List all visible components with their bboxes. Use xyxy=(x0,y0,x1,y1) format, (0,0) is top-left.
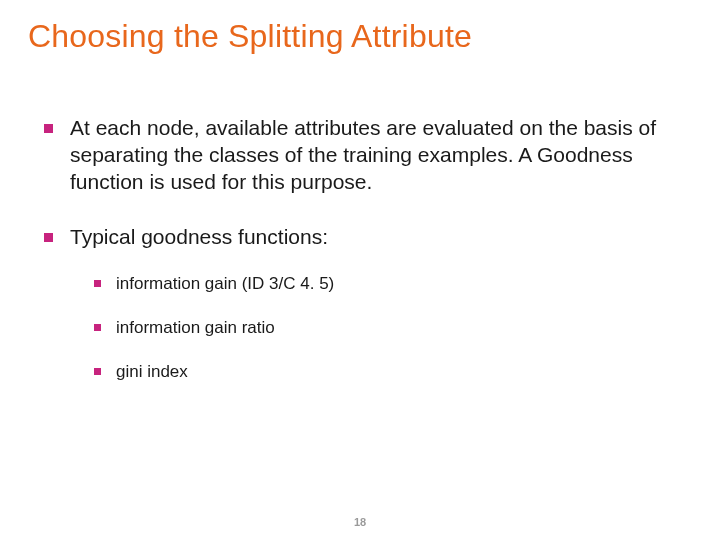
bullet-item: Typical goodness functions: information … xyxy=(44,224,690,383)
slide: Choosing the Splitting Attribute At each… xyxy=(0,0,720,540)
bullet-item: At each node, available attributes are e… xyxy=(44,115,690,196)
bullet-text: At each node, available attributes are e… xyxy=(70,116,656,193)
sub-bullet-item: information gain ratio xyxy=(94,317,690,339)
sub-bullet-item: information gain (ID 3/C 4. 5) xyxy=(94,273,690,295)
bullet-text: Typical goodness functions: xyxy=(70,225,328,248)
page-number: 18 xyxy=(0,516,720,528)
sub-bullet-list: information gain (ID 3/C 4. 5) informati… xyxy=(94,273,690,383)
bullet-list: At each node, available attributes are e… xyxy=(44,115,690,383)
sub-bullet-item: gini index xyxy=(94,361,690,383)
slide-title: Choosing the Splitting Attribute xyxy=(28,18,690,55)
